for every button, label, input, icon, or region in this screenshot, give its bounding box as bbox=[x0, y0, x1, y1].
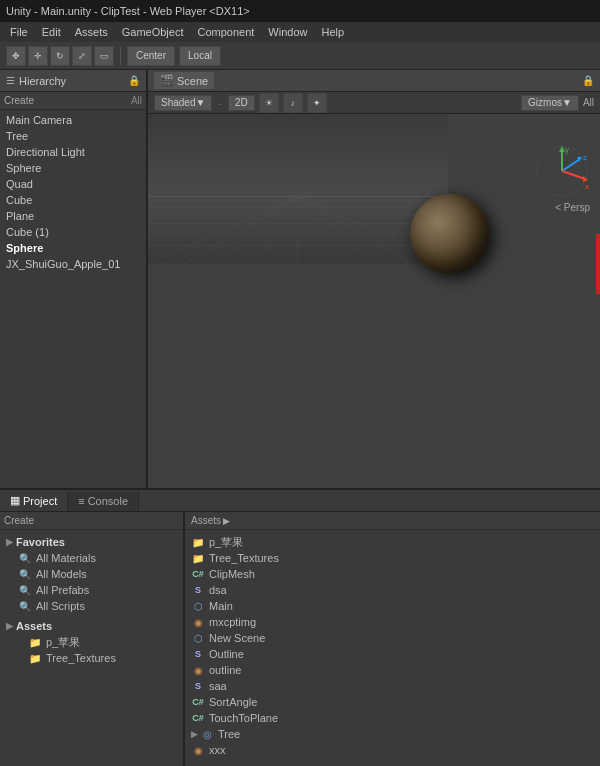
fav-all-models[interactable]: 🔍 All Models bbox=[0, 566, 183, 582]
asset-saa-name: saa bbox=[209, 680, 227, 692]
hierarchy-controls: 🔒 bbox=[128, 75, 140, 86]
assets-tree-header[interactable]: ▶ Assets bbox=[0, 618, 183, 634]
asset-item-sortangle[interactable]: C# SortAngle bbox=[185, 694, 600, 710]
scene-panel: 🎬 Scene 🔒 Shaded ▼ - 2D ☀ ♪ ✦ bbox=[148, 70, 600, 488]
asset-item-saa[interactable]: S saa bbox=[185, 678, 600, 694]
fav-all-materials[interactable]: 🔍 All Materials bbox=[0, 550, 183, 566]
fav-scripts-label: All Scripts bbox=[36, 600, 85, 612]
shaded-arrow: ▼ bbox=[195, 97, 205, 108]
scene-view[interactable]: y z x < Persp bbox=[148, 114, 600, 488]
folder-icon-3: 📁 bbox=[191, 537, 205, 548]
asset-item-main[interactable]: ⬡ Main bbox=[185, 598, 600, 614]
hier-sphere1[interactable]: Sphere bbox=[0, 160, 146, 176]
tab-project[interactable]: ▦ Project bbox=[0, 491, 68, 511]
hier-directional-light[interactable]: Directional Light bbox=[0, 144, 146, 160]
folder-icon-1: 📁 bbox=[28, 637, 42, 648]
mat-icon-2: ◉ bbox=[191, 665, 205, 676]
asset-item-clipmesh[interactable]: C# ClipMesh bbox=[185, 566, 600, 582]
all-label: All bbox=[131, 95, 142, 106]
fav-all-scripts[interactable]: 🔍 All Scripts bbox=[0, 598, 183, 614]
scene-pin-icon: 🔒 bbox=[582, 75, 594, 86]
scene-toolbar: Shaded ▼ - 2D ☀ ♪ ✦ Gizmos ▼ All bbox=[148, 92, 600, 114]
red-edge-indicator bbox=[596, 234, 600, 294]
gizmos-arrow: ▼ bbox=[562, 97, 572, 108]
favorites-arrow: ▶ bbox=[6, 537, 13, 547]
create-label[interactable]: Create bbox=[4, 95, 34, 106]
asset-item-outline-m[interactable]: ◉ outline bbox=[185, 662, 600, 678]
favorites-title: Favorites bbox=[16, 536, 65, 548]
shaded-button[interactable]: Shaded ▼ bbox=[154, 95, 212, 111]
rotate-tool[interactable]: ↻ bbox=[50, 46, 70, 66]
hier-main-camera[interactable]: Main Camera bbox=[0, 112, 146, 128]
asset-item-outline-s[interactable]: S Outline bbox=[185, 646, 600, 662]
asset-item-new-scene[interactable]: ⬡ New Scene bbox=[185, 630, 600, 646]
asset-item-tree[interactable]: ▶ ◎ Tree bbox=[185, 726, 600, 742]
favorites-header[interactable]: ▶ Favorites bbox=[0, 534, 183, 550]
sun-icon[interactable]: ☀ bbox=[259, 93, 279, 113]
script-icon-3: C# bbox=[191, 713, 205, 723]
scene-grid-svg bbox=[148, 114, 448, 264]
asset-item-dsa[interactable]: S dsa bbox=[185, 582, 600, 598]
menu-help[interactable]: Help bbox=[315, 24, 350, 40]
local-label: Local bbox=[188, 50, 212, 61]
asset-clipmesh-name: ClipMesh bbox=[209, 568, 255, 580]
assets-path-label: Assets bbox=[191, 515, 221, 526]
menu-gameobject[interactable]: GameObject bbox=[116, 24, 190, 40]
mat-icon-3: ◉ bbox=[191, 745, 205, 756]
asset-item-xxx[interactable]: ◉ xxx bbox=[185, 742, 600, 758]
asset-item-mxcptimg[interactable]: ◉ mxcptimg bbox=[185, 614, 600, 630]
local-button[interactable]: Local bbox=[179, 46, 221, 66]
hier-cube[interactable]: Cube bbox=[0, 192, 146, 208]
fav-materials-label: All Materials bbox=[36, 552, 96, 564]
hier-cube1[interactable]: Cube (1) bbox=[0, 224, 146, 240]
persp-label: < Persp bbox=[555, 202, 590, 213]
hierarchy-tab[interactable]: Hierarchy bbox=[19, 75, 66, 87]
mat-icon-1: ◉ bbox=[191, 617, 205, 628]
menu-edit[interactable]: Edit bbox=[36, 24, 67, 40]
scale-tool[interactable]: ⤢ bbox=[72, 46, 92, 66]
asset-mxcptimg-name: mxcptimg bbox=[209, 616, 256, 628]
menu-component[interactable]: Component bbox=[191, 24, 260, 40]
project-create-label[interactable]: Create bbox=[4, 515, 34, 526]
scene-tab[interactable]: 🎬 Scene bbox=[154, 72, 214, 89]
toolbar-sep2: - bbox=[218, 97, 222, 109]
twod-button[interactable]: 2D bbox=[228, 95, 255, 111]
fav-all-prefabs[interactable]: 🔍 All Prefabs bbox=[0, 582, 183, 598]
rect-tool[interactable]: ▭ bbox=[94, 46, 114, 66]
hierarchy-content: Main Camera Tree Directional Light Spher… bbox=[0, 110, 146, 488]
audio-icon[interactable]: ♪ bbox=[283, 93, 303, 113]
asset-main-name: Main bbox=[209, 600, 233, 612]
hier-quad[interactable]: Quad bbox=[0, 176, 146, 192]
fx-icon[interactable]: ✦ bbox=[307, 93, 327, 113]
project-tab-icon: ▦ bbox=[10, 494, 20, 507]
search-icon-1: 🔍 bbox=[18, 553, 32, 564]
menu-assets[interactable]: Assets bbox=[69, 24, 114, 40]
asset-tree-textures[interactable]: 📁 Tree_Textures bbox=[0, 650, 183, 666]
hier-sphere2[interactable]: Sphere bbox=[0, 240, 146, 256]
hier-plane[interactable]: Plane bbox=[0, 208, 146, 224]
hand-tool[interactable]: ✥ bbox=[6, 46, 26, 66]
bottom-content: Create ▶ Favorites 🔍 All Materials bbox=[0, 512, 600, 766]
svg-text:z: z bbox=[583, 153, 587, 162]
menu-file[interactable]: File bbox=[4, 24, 34, 40]
asset-xxx-name: xxx bbox=[209, 744, 226, 756]
gizmos-button[interactable]: Gizmos ▼ bbox=[521, 95, 579, 111]
folder-icon-2: 📁 bbox=[28, 653, 42, 664]
tab-console[interactable]: ≡ Console bbox=[68, 491, 139, 511]
project-left-panel: Create ▶ Favorites 🔍 All Materials bbox=[0, 512, 185, 766]
asset-item-touchtop[interactable]: C# TouchToPlane bbox=[185, 710, 600, 726]
hier-tree[interactable]: Tree bbox=[0, 128, 146, 144]
scene-sphere-object[interactable] bbox=[410, 194, 490, 274]
asset-sortangle-name: SortAngle bbox=[209, 696, 257, 708]
assets-toolbar: Assets ▶ bbox=[185, 512, 600, 530]
move-tool[interactable]: ✛ bbox=[28, 46, 48, 66]
asset-outline-s-name: Outline bbox=[209, 648, 244, 660]
asset-item-apple[interactable]: 📁 p_苹果 bbox=[185, 534, 600, 550]
asset-item-tree-tex[interactable]: 📁 Tree_Textures bbox=[185, 550, 600, 566]
menu-window[interactable]: Window bbox=[262, 24, 313, 40]
asset-p-apple[interactable]: 📁 p_苹果 bbox=[0, 634, 183, 650]
lock-icon: 🔒 bbox=[128, 75, 140, 86]
folder-icon-4: 📁 bbox=[191, 553, 205, 564]
hier-apple[interactable]: JX_ShuiGuo_Apple_01 bbox=[0, 256, 146, 272]
pivot-button[interactable]: Center bbox=[127, 46, 175, 66]
